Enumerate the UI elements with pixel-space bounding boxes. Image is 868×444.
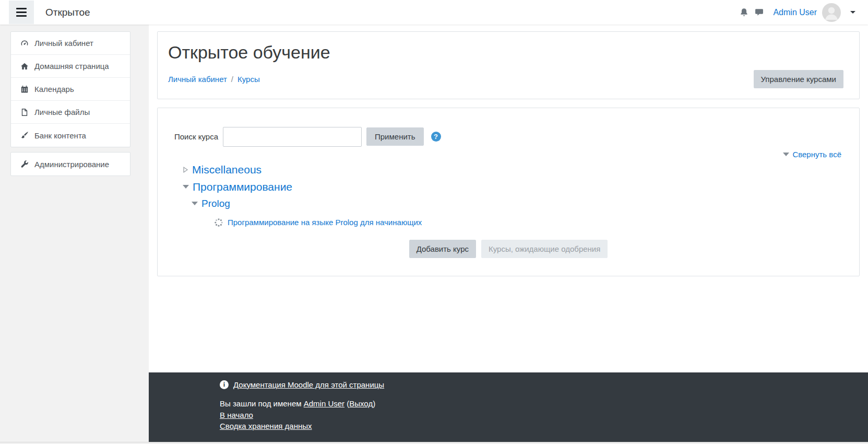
caret-right-icon[interactable]: [183, 166, 188, 173]
page-bottom-strip: [0, 442, 868, 444]
pending-courses-button: Курсы, ожидающие одобрения: [481, 240, 608, 258]
sidebar-item-label: Банк контента: [34, 131, 86, 140]
question-circle-icon[interactable]: ?: [431, 132, 441, 142]
sidebar-item-administration[interactable]: Администрирование: [11, 153, 130, 176]
course-item: Программирование на языке Prolog для нач…: [214, 218, 849, 227]
avatar[interactable]: [822, 3, 841, 22]
caret-down-icon: [783, 153, 789, 156]
login-prefix: Вы зашли под именем: [220, 399, 302, 408]
course-category-card: Поиск курса Применить ? Свернуть всё: [157, 108, 860, 276]
sidebar-item-home[interactable]: Домашняя страница: [11, 55, 130, 78]
paintbrush-icon: [20, 131, 29, 139]
logged-in-user-link[interactable]: Admin User: [304, 399, 344, 408]
page-header-card: Открытое обучение Личный кабинет / Курсы…: [157, 31, 860, 99]
breadcrumb: Личный кабинет / Курсы: [168, 75, 260, 84]
sidebar-item-private-files[interactable]: Личные файлы: [11, 101, 130, 124]
sidebar-item-label: Личный кабинет: [34, 39, 93, 48]
sidebar-item-label: Личные файлы: [34, 108, 90, 116]
sidebar-item-label: Домашняя страница: [34, 62, 109, 71]
search-label: Поиск курса: [174, 132, 218, 141]
drawer-main-list: Личный кабинет Домашняя страница Календа…: [10, 31, 130, 147]
course-search-input[interactable]: [223, 127, 362, 147]
category-prolog: Prolog: [192, 198, 849, 209]
manage-courses-button[interactable]: Управление курсами: [754, 70, 844, 88]
main-content: Открытое обучение Личный кабинет / Курсы…: [149, 25, 868, 372]
breadcrumb-separator: /: [231, 75, 233, 84]
category-actions: Добавить курс Курсы, ожидающие одобрения: [168, 240, 849, 258]
course-link[interactable]: Программирование на языке Prolog для нач…: [228, 218, 422, 227]
home-link[interactable]: В начало: [220, 411, 253, 419]
category-link[interactable]: Prolog: [201, 198, 230, 209]
user-menu-link[interactable]: Admin User: [773, 8, 817, 17]
home-icon: [20, 62, 29, 71]
sidebar-item-dashboard[interactable]: Личный кабинет: [11, 32, 130, 55]
add-course-button[interactable]: Добавить курс: [409, 240, 476, 258]
file-icon: [20, 108, 29, 116]
login-info: Вы зашли под именем Admin User (Выход) В…: [220, 398, 868, 432]
caret-down-icon[interactable]: [192, 202, 198, 205]
category-miscellaneous: Miscellaneous: [183, 163, 849, 176]
category-link[interactable]: Miscellaneous: [192, 163, 261, 176]
caret-down-icon[interactable]: [183, 185, 189, 189]
sidebar-item-label: Календарь: [34, 85, 74, 94]
site-brand[interactable]: Открытое: [45, 7, 90, 18]
logout-link[interactable]: Выход: [349, 399, 373, 408]
breadcrumb-courses-link[interactable]: Курсы: [237, 75, 260, 84]
dashboard-icon: [20, 39, 29, 48]
wrench-icon: [20, 160, 29, 168]
info-icon: i: [220, 380, 229, 389]
collapse-all-label: Свернуть всё: [792, 150, 841, 159]
category-tree: Miscellaneous Программирование Prolog: [168, 163, 849, 227]
sidebar-item-calendar[interactable]: Календарь: [11, 78, 130, 101]
course-search-form: Поиск курса Применить ?: [168, 127, 849, 147]
chat-icon[interactable]: [752, 5, 767, 20]
logout-paren-close: ): [373, 399, 375, 408]
nav-drawer: Личный кабинет Домашняя страница Календа…: [0, 25, 149, 442]
navbar-user-area: Admin User: [736, 3, 855, 22]
top-navbar: Открытое Admin User: [0, 0, 868, 25]
sidebar-item-content-bank[interactable]: Банк контента: [11, 124, 130, 147]
apply-button[interactable]: Применить: [366, 127, 424, 146]
page-footer: i Документация Moodle для этой страницы …: [149, 372, 868, 442]
breadcrumb-dashboard-link[interactable]: Личный кабинет: [168, 75, 227, 84]
caret-down-icon[interactable]: [850, 11, 855, 14]
drawer-admin-list: Администрирование: [10, 152, 130, 176]
course-dots-icon: [214, 218, 223, 227]
moodle-docs-link[interactable]: Документация Moodle для этой страницы: [233, 380, 384, 389]
sidebar-item-label: Администрирование: [34, 160, 109, 169]
calendar-icon: [20, 85, 29, 94]
page-title: Открытое обучение: [168, 41, 851, 64]
menu-icon[interactable]: [9, 1, 34, 24]
data-retention-link[interactable]: Сводка хранения данных: [220, 422, 312, 430]
category-link[interactable]: Программирование: [193, 181, 292, 193]
category-programming: Программирование: [183, 181, 849, 193]
bell-icon[interactable]: [736, 5, 752, 20]
collapse-all-link[interactable]: Свернуть всё: [783, 150, 841, 159]
